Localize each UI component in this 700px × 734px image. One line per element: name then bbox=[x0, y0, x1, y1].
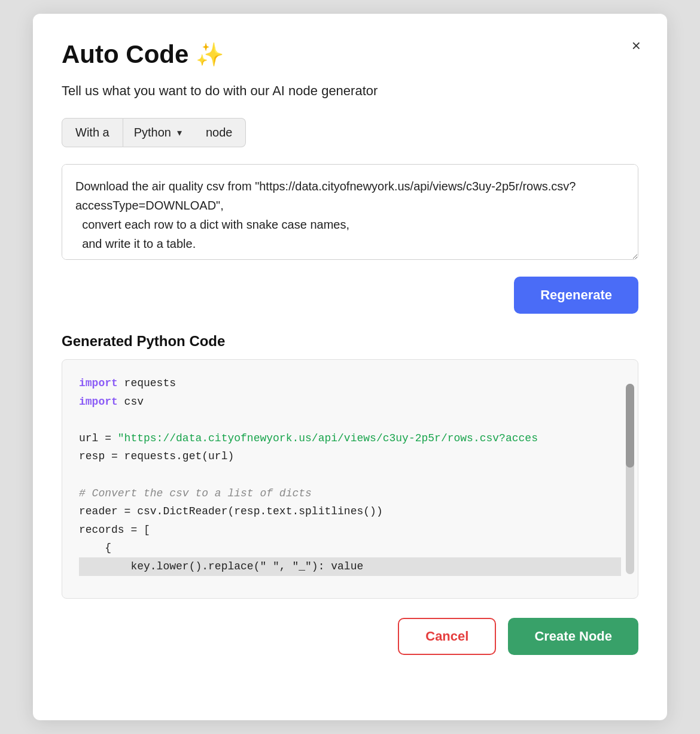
modal-title: Auto Code ✨ bbox=[62, 40, 638, 69]
code-line-5: # Convert the csv to a list of dicts bbox=[79, 484, 621, 503]
chevron-down-icon: ▾ bbox=[177, 127, 182, 138]
sparkle-icon: ✨ bbox=[196, 41, 224, 68]
node-prefix-label: With a bbox=[62, 118, 123, 147]
language-value: Python bbox=[134, 126, 171, 139]
prompt-textarea[interactable]: Download the air quality csv from "https… bbox=[62, 164, 638, 260]
cancel-button[interactable]: Cancel bbox=[398, 618, 496, 655]
code-line-6: reader = csv.DictReader(resp.text.splitl… bbox=[79, 502, 621, 521]
title-text: Auto Code bbox=[62, 40, 188, 69]
code-line-8: { bbox=[79, 539, 621, 557]
regenerate-button[interactable]: Regenerate bbox=[514, 277, 638, 314]
modal-subtitle: Tell us what you want to do with our AI … bbox=[62, 83, 638, 99]
code-line-3: url = "https://data.cityofnewyork.us/api… bbox=[79, 429, 621, 448]
code-content: import requests import csv url = "https:… bbox=[79, 374, 621, 576]
scrollbar-track[interactable] bbox=[626, 384, 634, 574]
node-type-row: With a Python ▾ node bbox=[62, 118, 638, 147]
create-node-button[interactable]: Create Node bbox=[508, 618, 638, 655]
code-line-4: resp = requests.get(url) bbox=[79, 447, 621, 466]
footer-row: Cancel Create Node bbox=[62, 618, 638, 655]
close-button[interactable]: × bbox=[632, 38, 641, 53]
code-block: import requests import csv url = "https:… bbox=[62, 359, 638, 599]
auto-code-modal: × Auto Code ✨ Tell us what you want to d… bbox=[33, 14, 667, 720]
code-line-empty-2 bbox=[79, 466, 621, 484]
code-line-2: import csv bbox=[79, 393, 621, 411]
code-line-1: import requests bbox=[79, 374, 621, 393]
node-suffix-label: node bbox=[193, 118, 246, 147]
code-line-empty-1 bbox=[79, 411, 621, 429]
regenerate-row: Regenerate bbox=[62, 277, 638, 314]
generated-code-title: Generated Python Code bbox=[62, 333, 638, 350]
code-line-7: records = [ bbox=[79, 521, 621, 539]
code-line-9: key.lower().replace(" ", "_"): value bbox=[79, 557, 621, 576]
scrollbar-thumb[interactable] bbox=[626, 384, 634, 468]
language-dropdown[interactable]: Python ▾ bbox=[123, 118, 193, 147]
